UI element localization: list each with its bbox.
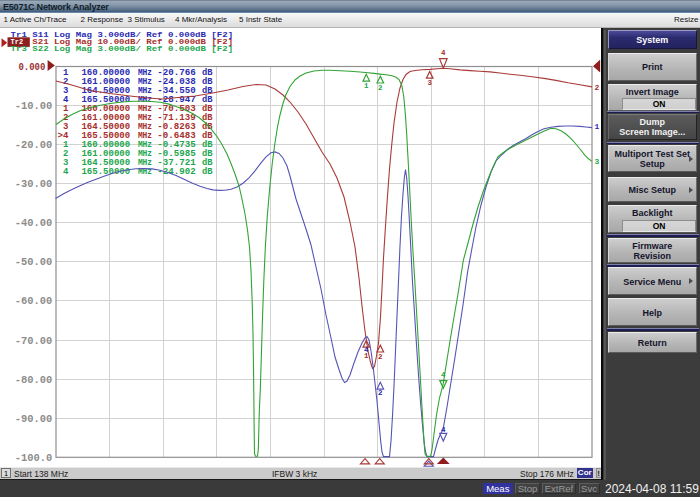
- svg-text:-20.00: -20.00: [15, 140, 53, 151]
- svg-text:3: 3: [595, 157, 600, 166]
- svg-text:-70.00: -70.00: [15, 336, 53, 347]
- svg-text:dB: dB: [202, 167, 213, 177]
- svg-text:-90.00: -90.00: [15, 414, 53, 425]
- svg-text:-100.0: -100.0: [15, 453, 53, 464]
- svg-text:-50.00: -50.00: [15, 257, 53, 268]
- svg-text:2: 2: [378, 84, 383, 92]
- svg-text:-40.00: -40.00: [15, 218, 53, 229]
- svg-text:-80.00: -80.00: [15, 375, 53, 386]
- svg-text:2: 2: [595, 83, 600, 92]
- svg-text:4: 4: [63, 167, 69, 177]
- svg-text:3: 3: [427, 79, 432, 87]
- svg-text:1: 1: [364, 352, 369, 360]
- svg-text:4: 4: [441, 371, 446, 379]
- svg-text:1: 1: [364, 82, 369, 90]
- svg-text:4: 4: [441, 426, 446, 434]
- svg-text:0.000: 0.000: [18, 62, 45, 73]
- svg-text:-30.00: -30.00: [15, 179, 53, 190]
- svg-text:4: 4: [441, 49, 446, 57]
- svg-text:-60.00: -60.00: [15, 296, 53, 307]
- svg-text:2: 2: [378, 389, 383, 397]
- svg-text:1: 1: [595, 122, 600, 131]
- svg-text:2: 2: [378, 353, 383, 361]
- svg-text:Tr3 S22 Log Mag 3.000dB/ Ref 0: Tr3 S22 Log Mag 3.000dB/ Ref 0.000dB [F2…: [11, 44, 234, 53]
- svg-text:-10.00: -10.00: [15, 101, 53, 112]
